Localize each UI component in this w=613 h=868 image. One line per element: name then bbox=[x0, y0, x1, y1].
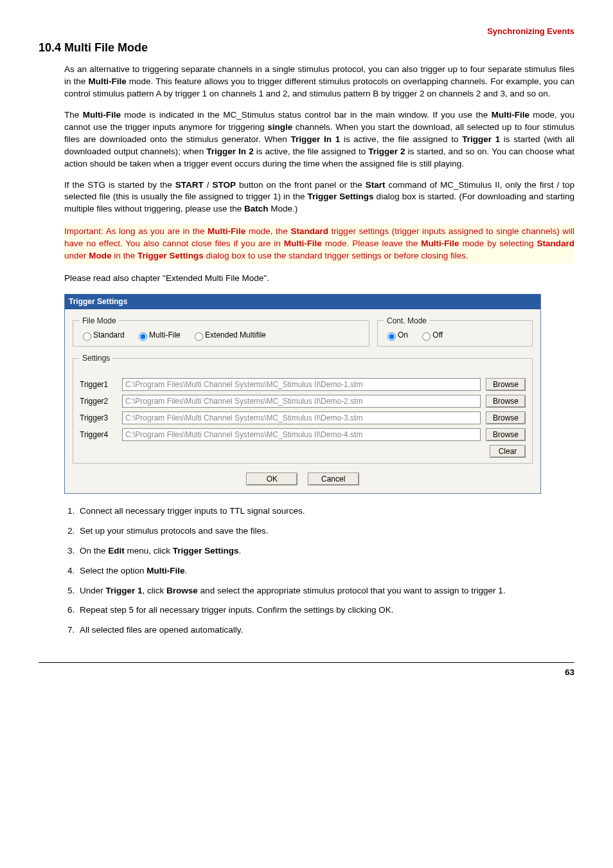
step-6: Repeat step 5 for all necessary trigger … bbox=[77, 604, 574, 617]
page-number: 63 bbox=[39, 662, 574, 679]
s3-b: Edit bbox=[108, 546, 125, 556]
s5-a: Under bbox=[80, 586, 106, 595]
settings-fieldset: Settings Trigger1 Browse Trigger2 Browse… bbox=[73, 353, 533, 464]
s3-a: On the bbox=[80, 546, 108, 556]
p3-e: button on the front panel or the bbox=[236, 180, 366, 190]
p2-i: is active, the file assigned to bbox=[340, 134, 462, 144]
important-note: Important: As long as you are in the Mul… bbox=[64, 224, 574, 264]
cont-mode-legend: Cont. Mode bbox=[384, 316, 429, 327]
p3-f: Start bbox=[366, 180, 386, 190]
trigger2-path-input[interactable] bbox=[122, 395, 481, 408]
s5-c: , click bbox=[143, 586, 167, 595]
paragraph-3: If the STG is started by the START / STO… bbox=[64, 179, 574, 216]
p2-a: The bbox=[64, 110, 83, 120]
trigger4-browse-button[interactable]: Browse bbox=[486, 428, 526, 441]
imp-k: under bbox=[64, 251, 89, 260]
paragraph-5: Please read also chapter "Extended Multi… bbox=[64, 273, 574, 285]
trigger4-path-input[interactable] bbox=[122, 428, 481, 441]
paragraph-1: As an alternative to triggering separate… bbox=[64, 64, 574, 100]
radio-standard[interactable] bbox=[83, 332, 91, 341]
p2-d: Multi-File bbox=[492, 110, 529, 120]
radio-standard-label[interactable]: Standard bbox=[80, 330, 125, 339]
dialog-title: Trigger Settings bbox=[65, 294, 540, 309]
imp-b: Multi-File bbox=[208, 226, 245, 236]
imp-h: Multi-File bbox=[421, 239, 459, 248]
imp-a: Important: As long as you are in the bbox=[64, 226, 208, 236]
step-5: Under Trigger 1, click Browse and select… bbox=[77, 585, 574, 597]
radio-on[interactable] bbox=[387, 332, 396, 341]
trigger3-label: Trigger3 bbox=[80, 413, 117, 424]
trigger-row-2: Trigger2 Browse bbox=[80, 395, 526, 408]
file-mode-fieldset: File Mode Standard Multi-File Extended M… bbox=[73, 316, 369, 347]
imp-i: mode by selecting bbox=[459, 239, 537, 248]
s5-d: Browse bbox=[166, 586, 198, 595]
trigger1-browse-button[interactable]: Browse bbox=[486, 378, 526, 391]
radio-on-text: On bbox=[398, 330, 408, 339]
imp-l: Mode bbox=[89, 251, 111, 260]
trigger3-path-input[interactable] bbox=[122, 411, 481, 424]
trigger1-path-input[interactable] bbox=[122, 378, 481, 391]
steps-list: Connect all necessary trigger inputs to … bbox=[64, 505, 574, 637]
p2-h: Trigger In 1 bbox=[291, 134, 341, 144]
p3-d: STOP bbox=[212, 180, 236, 190]
radio-standard-text: Standard bbox=[93, 330, 125, 339]
p3-k: Mode.) bbox=[268, 204, 298, 213]
radio-extended-text: Extended Multifile bbox=[205, 330, 266, 339]
page-header-right: Synchronizing Events bbox=[39, 26, 574, 37]
radio-off-label[interactable]: Off bbox=[419, 330, 443, 339]
radio-multifile-text: Multi-File bbox=[149, 330, 181, 339]
radio-multifile[interactable] bbox=[139, 332, 147, 341]
s3-d: Trigger Settings bbox=[173, 546, 239, 556]
trigger1-label: Trigger1 bbox=[80, 379, 117, 390]
s3-c: menu, click bbox=[125, 546, 173, 556]
p1-c: mode. This feature allows you to trigger… bbox=[64, 77, 574, 98]
p2-f: single bbox=[267, 122, 292, 132]
step-7: All selected files are opened automatica… bbox=[77, 624, 574, 637]
imp-n: Trigger Settings bbox=[138, 251, 204, 260]
p2-b: Multi-File bbox=[83, 110, 121, 120]
p3-a: If the STG is started by the bbox=[64, 180, 175, 190]
radio-multifile-label[interactable]: Multi-File bbox=[136, 330, 181, 339]
paragraph-2: The Multi-File mode is indicated in the … bbox=[64, 109, 574, 170]
s4-b: Multi-File bbox=[147, 566, 184, 575]
clear-button[interactable]: Clear bbox=[490, 445, 526, 458]
imp-g: mode. Please leave the bbox=[322, 239, 421, 248]
imp-f: Multi-File bbox=[284, 239, 322, 248]
radio-off-text: Off bbox=[432, 330, 443, 339]
ok-button[interactable]: OK bbox=[246, 473, 298, 485]
cancel-button[interactable]: Cancel bbox=[308, 473, 359, 485]
radio-extended-label[interactable]: Extended Multifile bbox=[191, 330, 266, 339]
radio-on-label[interactable]: On bbox=[384, 330, 408, 339]
p3-b: START bbox=[175, 180, 204, 190]
step-1: Connect all necessary trigger inputs to … bbox=[77, 505, 574, 518]
step-4: Select the option Multi-File. bbox=[77, 565, 574, 577]
trigger2-label: Trigger2 bbox=[80, 396, 117, 407]
s4-a: Select the option bbox=[80, 566, 147, 575]
p3-c: / bbox=[204, 180, 213, 190]
s5-b: Trigger 1 bbox=[106, 586, 143, 595]
radio-off[interactable] bbox=[422, 332, 431, 341]
step-3: On the Edit menu, click Trigger Settings… bbox=[77, 545, 574, 557]
p3-h: Trigger Settings bbox=[307, 192, 373, 201]
radio-extended[interactable] bbox=[195, 332, 203, 341]
file-mode-legend: File Mode bbox=[80, 316, 119, 327]
p1-b: Multi-File bbox=[88, 77, 126, 86]
p2-m: is active, the file assigned to bbox=[254, 147, 369, 156]
trigger2-browse-button[interactable]: Browse bbox=[486, 395, 526, 408]
p2-n: Trigger 2 bbox=[368, 147, 405, 156]
s4-c: . bbox=[185, 566, 188, 575]
imp-d: Standard bbox=[290, 226, 328, 236]
trigger-settings-dialog: Trigger Settings File Mode Standard Mult… bbox=[64, 294, 541, 494]
imp-j: Standard bbox=[537, 239, 575, 248]
trigger4-label: Trigger4 bbox=[80, 429, 117, 440]
step-2: Set up your stimulus protocols and save … bbox=[77, 525, 574, 538]
s3-e: . bbox=[239, 546, 242, 556]
p2-c: mode is indicated in the MC_Stimulus sta… bbox=[121, 110, 492, 120]
imp-c: mode, the bbox=[245, 226, 290, 236]
trigger-row-4: Trigger4 Browse bbox=[80, 428, 526, 441]
imp-m: in the bbox=[112, 251, 138, 260]
p2-j: Trigger 1 bbox=[462, 134, 500, 144]
cont-mode-fieldset: Cont. Mode On Off bbox=[377, 316, 533, 347]
trigger3-browse-button[interactable]: Browse bbox=[486, 411, 526, 424]
section-title: 10.4 Multi File Mode bbox=[39, 40, 574, 56]
